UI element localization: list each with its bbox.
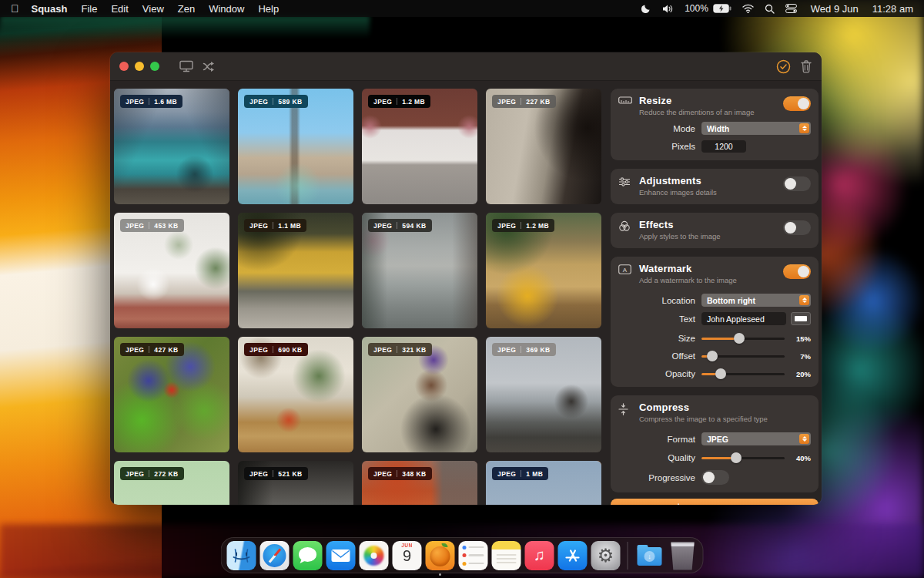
effects-section: Effects Apply styles to the image xyxy=(611,213,819,248)
size-value: 15% xyxy=(785,334,811,343)
compress-format-dropdown[interactable]: JPEG xyxy=(701,432,811,445)
dock-item-reminders[interactable] xyxy=(459,541,488,570)
badge-format: JPEG xyxy=(373,222,392,230)
preview-display-icon[interactable] xyxy=(179,60,193,72)
select-all-check-icon[interactable] xyxy=(776,59,791,74)
image-thumbnail[interactable]: JPEG521 KB xyxy=(238,461,353,505)
badge-size: 272 KB xyxy=(154,470,178,478)
shuffle-icon[interactable] xyxy=(203,61,216,72)
image-thumbnail[interactable]: JPEG1.6 MB xyxy=(114,89,229,204)
badge-size: 453 KB xyxy=(154,222,178,230)
image-thumbnail[interactable]: JPEG594 KB xyxy=(362,213,477,328)
trash-icon[interactable] xyxy=(800,59,812,73)
window-titlebar[interactable] xyxy=(110,52,822,81)
dock-item-messages[interactable] xyxy=(293,541,323,570)
watermark-size-slider[interactable] xyxy=(701,333,785,344)
watermark-location-dropdown[interactable]: Bottom right xyxy=(701,294,811,307)
image-format-badge: JPEG1.6 MB xyxy=(120,95,182,108)
dock-item-safari[interactable] xyxy=(260,541,290,570)
section-subtitle: Compress the image to a specified type xyxy=(639,415,811,423)
image-thumbnail[interactable]: JPEG321 KB xyxy=(362,337,477,452)
apple-menu-icon[interactable]:  xyxy=(11,2,19,15)
spotlight-search-icon[interactable] xyxy=(765,4,775,14)
image-thumbnail[interactable]: JPEG369 KB xyxy=(486,337,601,452)
dock-item-downloads[interactable]: ↓ xyxy=(635,541,665,570)
image-thumbnail[interactable]: JPEG690 KB xyxy=(238,337,353,452)
pixels-input[interactable]: 1200 xyxy=(701,140,746,153)
adjustments-section: Adjustments Enhance images details xyxy=(611,169,819,204)
adjustments-toggle[interactable] xyxy=(783,176,811,191)
watermark-color-swatch[interactable] xyxy=(791,312,811,325)
image-thumbnail[interactable]: JPEG1.2 MB xyxy=(362,89,477,204)
watermark-toggle[interactable] xyxy=(783,264,811,279)
image-thumbnail[interactable]: JPEG227 KB xyxy=(486,89,601,204)
watermark-text-input[interactable]: John Appleseed xyxy=(701,312,786,325)
dock-item-calendar[interactable]: JUN 9 xyxy=(393,541,422,570)
dock-item-photos[interactable] xyxy=(360,541,389,570)
image-format-badge: JPEG272 KB xyxy=(120,467,184,480)
dock-item-appstore[interactable] xyxy=(558,541,588,570)
image-thumbnail[interactable]: JPEG272 KB xyxy=(114,461,229,505)
resize-mode-dropdown[interactable]: Width xyxy=(701,122,811,135)
progressive-label: Progressive xyxy=(618,473,695,482)
section-subtitle: Reduce the dimentions of an image xyxy=(639,108,777,116)
menu-app-name[interactable]: Squash xyxy=(32,3,68,15)
image-thumbnail[interactable]: JPEG589 KB xyxy=(238,89,353,204)
menu-clock-date[interactable]: Wed 9 Jun xyxy=(811,3,859,15)
battery-icon[interactable] xyxy=(713,4,732,13)
zoom-window-button[interactable] xyxy=(150,62,159,71)
badge-size: 589 KB xyxy=(278,98,302,106)
menu-zen[interactable]: Zen xyxy=(178,3,195,15)
image-format-badge: JPEG594 KB xyxy=(368,219,432,232)
image-thumbnail[interactable]: JPEG1.1 MB xyxy=(238,213,353,328)
image-thumbnail-selected[interactable]: JPEG1 MB xyxy=(486,461,601,505)
resize-toggle[interactable] xyxy=(783,96,811,111)
image-thumbnail[interactable]: JPEG427 KB xyxy=(114,337,229,452)
dock-item-finder[interactable] xyxy=(227,541,256,570)
image-format-badge: JPEG227 KB xyxy=(492,95,556,108)
control-center-icon[interactable] xyxy=(785,4,797,13)
dock-item-system-preferences[interactable]: ⚙ xyxy=(591,541,621,570)
image-format-badge: JPEG453 KB xyxy=(120,219,184,232)
gear-icon: ⚙ xyxy=(598,545,614,566)
menu-clock-time[interactable]: 11:28 am xyxy=(872,3,913,15)
resize-section: Resize Reduce the dimentions of an image… xyxy=(611,89,819,160)
menu-file[interactable]: File xyxy=(81,3,97,15)
badge-size: 427 KB xyxy=(154,346,178,354)
mode-label: Mode xyxy=(618,124,695,133)
badge-format: JPEG xyxy=(497,98,516,106)
volume-icon[interactable] xyxy=(662,4,674,14)
watermark-offset-slider[interactable] xyxy=(701,351,785,361)
badge-format: JPEG xyxy=(126,346,144,354)
menu-view[interactable]: View xyxy=(142,3,164,15)
image-thumbnail[interactable]: JPEG348 KB xyxy=(362,461,477,505)
minimize-window-button[interactable] xyxy=(135,62,144,71)
text-label: Text xyxy=(618,314,695,324)
do-not-disturb-icon[interactable] xyxy=(641,3,651,14)
image-thumbnail[interactable]: JPEG453 KB xyxy=(114,213,229,328)
section-title: Resize xyxy=(639,95,777,106)
image-format-badge: JPEG521 KB xyxy=(244,467,308,480)
dock-item-music[interactable]: ♫ xyxy=(525,541,554,570)
dock-item-notes[interactable] xyxy=(492,541,521,570)
image-format-badge: JPEG589 KB xyxy=(244,95,308,108)
watermark-section: A Watermark Add a watermark to the image… xyxy=(611,257,819,387)
effects-toggle[interactable] xyxy=(783,220,811,235)
menu-window[interactable]: Window xyxy=(209,3,244,15)
dock-item-trash[interactable] xyxy=(668,541,698,570)
image-thumbnail[interactable]: JPEG1.2 MB xyxy=(486,213,601,328)
close-window-button[interactable] xyxy=(119,62,129,71)
progressive-toggle[interactable] xyxy=(701,470,729,485)
badge-size: 594 KB xyxy=(402,222,426,230)
wifi-icon[interactable] xyxy=(742,4,754,13)
menu-help[interactable]: Help xyxy=(258,3,279,15)
dock-item-mail[interactable] xyxy=(326,541,356,570)
quality-value: 40% xyxy=(785,454,811,462)
menu-edit[interactable]: Edit xyxy=(111,3,128,15)
compress-quality-slider[interactable] xyxy=(701,452,785,463)
export-images-button[interactable]: Export Images xyxy=(611,499,819,505)
calendar-day: 9 xyxy=(393,547,422,565)
watermark-opacity-slider[interactable] xyxy=(701,368,785,379)
badge-size: 227 KB xyxy=(526,98,550,106)
dock-item-squash[interactable] xyxy=(426,541,455,570)
